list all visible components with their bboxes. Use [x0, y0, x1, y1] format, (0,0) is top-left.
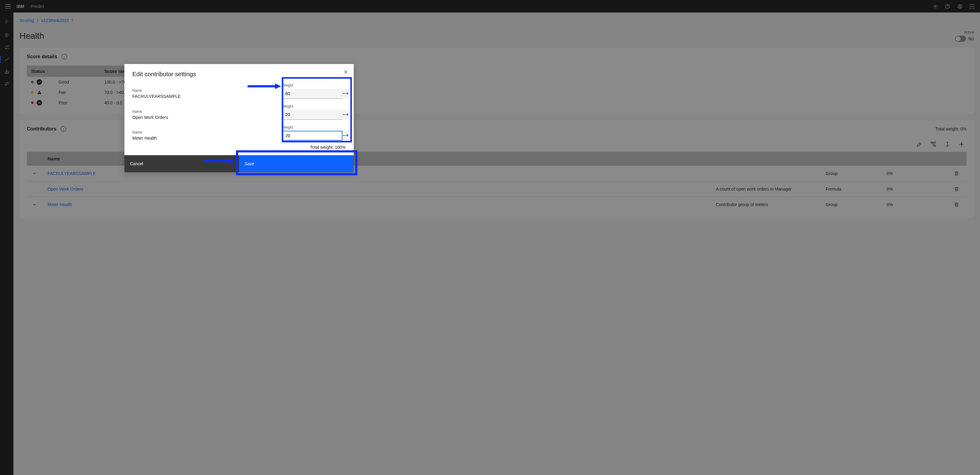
increment-button[interactable]: +: [346, 131, 349, 141]
save-button[interactable]: Save: [239, 155, 354, 172]
weight-input[interactable]: [282, 131, 342, 141]
edit-contributor-modal: Edit contributor settings Name FACRULYEA…: [124, 64, 354, 172]
total-weight-label: Total weight: 100%: [132, 145, 346, 150]
save-label: Save: [245, 161, 254, 166]
cancel-button[interactable]: Cancel: [124, 155, 239, 172]
contributor-name: FACRULYEARSSAMPLE: [132, 94, 257, 99]
weight-label: Weight: [282, 104, 346, 108]
decrement-button[interactable]: −: [342, 110, 346, 120]
weight-label: Weight: [282, 83, 346, 87]
decrement-button[interactable]: −: [342, 89, 346, 99]
name-label: Name: [132, 88, 257, 93]
weight-label: Weight: [282, 125, 346, 130]
decrement-button[interactable]: −: [342, 131, 346, 141]
modal-title: Edit contributor settings: [132, 71, 346, 78]
modal-close-button[interactable]: [343, 70, 348, 75]
contributor-name: Open Work Orders: [132, 115, 257, 120]
increment-button[interactable]: +: [346, 89, 349, 99]
name-label: Name: [132, 110, 257, 114]
cancel-label: Cancel: [130, 161, 143, 166]
increment-button[interactable]: +: [346, 110, 349, 120]
contributor-name: Meter Health: [132, 136, 257, 141]
close-icon: [343, 70, 348, 75]
name-label: Name: [132, 130, 257, 135]
weight-input[interactable]: [282, 110, 342, 120]
weight-input[interactable]: [282, 89, 342, 99]
